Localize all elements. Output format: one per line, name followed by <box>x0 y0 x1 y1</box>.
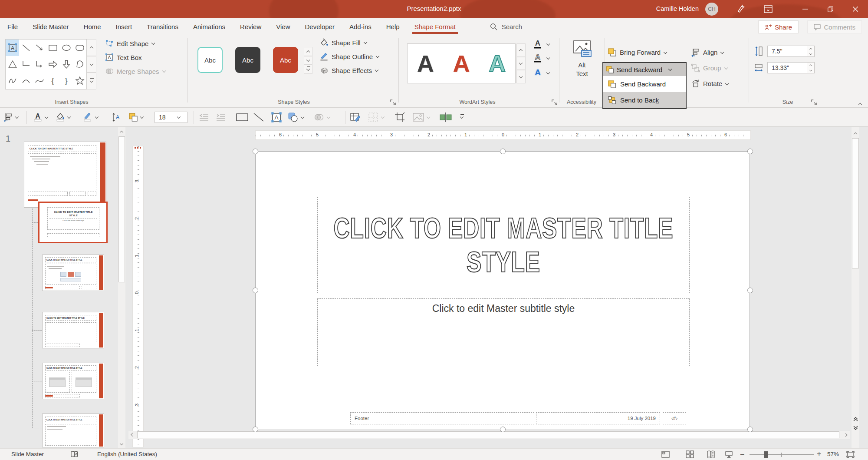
shape-styles-dialog-launcher[interactable] <box>390 99 396 106</box>
tab-developer[interactable]: Developer <box>298 18 342 35</box>
freeform-shape-icon[interactable] <box>73 56 86 73</box>
tab-home[interactable]: Home <box>76 18 108 35</box>
tab-view[interactable]: View <box>269 18 297 35</box>
text-fill-button[interactable]: A <box>533 39 550 50</box>
tab-shape-format[interactable]: Shape Format <box>407 18 463 35</box>
scroll-left-button[interactable] <box>128 431 136 439</box>
slideshow-view-button[interactable] <box>725 450 733 458</box>
gallery-scroll-down-button[interactable] <box>87 56 96 73</box>
previous-slide-button[interactable] <box>852 415 859 423</box>
zoom-out-button[interactable]: − <box>740 451 745 457</box>
right-arrow-shape-icon[interactable] <box>46 56 59 73</box>
wordart-dialog-launcher[interactable] <box>551 99 558 106</box>
send-backward-split-button[interactable]: Send Backward <box>603 63 686 76</box>
rounded-rectangle-shape-icon[interactable] <box>73 40 86 56</box>
rectangle-tool-button[interactable] <box>236 108 249 127</box>
shape-outline-button[interactable]: Shape Outline <box>320 52 380 61</box>
merge-shapes-button[interactable]: Merge Shapes <box>105 67 166 76</box>
tab-slide-master[interactable]: Slide Master <box>25 18 76 35</box>
draw-table-button[interactable] <box>350 108 361 127</box>
slide-number-placeholder[interactable]: ‹#› <box>663 412 686 424</box>
width-up-button[interactable] <box>807 63 814 68</box>
align-objects-button[interactable] <box>3 108 19 127</box>
tab-transitions[interactable]: Transitions <box>139 18 186 35</box>
gallery-scroll-up-button[interactable] <box>87 39 96 56</box>
zoom-in-button[interactable]: + <box>817 451 822 457</box>
line-shape-icon[interactable] <box>19 40 33 56</box>
gallery-more-button[interactable] <box>87 73 96 89</box>
panel-scrollbar-thumb[interactable] <box>118 136 125 282</box>
resize-handle-middle-right[interactable] <box>747 288 753 293</box>
thumbnail-slide-master[interactable]: CLICK TO EDIT MASTER TITLE STYLE <box>24 142 106 208</box>
curve-shape-icon[interactable] <box>33 73 46 89</box>
text-effects-button[interactable]: A <box>533 68 550 78</box>
resize-handle-bottom-center[interactable] <box>500 427 506 432</box>
font-size-combobox[interactable]: 18 <box>155 112 187 123</box>
crop-button[interactable] <box>394 108 405 127</box>
comments-button[interactable]: Comments <box>807 20 862 33</box>
resize-handle-bottom-right[interactable] <box>747 427 753 432</box>
table-borders-button[interactable] <box>368 108 385 127</box>
zoom-slider-track[interactable] <box>750 454 814 455</box>
rotate-button[interactable]: Rotate <box>691 79 729 88</box>
normal-view-button[interactable] <box>661 450 670 458</box>
width-down-button[interactable] <box>807 68 814 73</box>
menu-item-send-to-back[interactable]: Send to Back <box>603 92 686 108</box>
inking-icon[interactable] <box>731 3 750 15</box>
thumbnail-title-layout-selected[interactable]: CLICK TO EDIT MASTER TITLESTYLE Click to… <box>38 202 108 243</box>
height-up-button[interactable] <box>807 46 814 51</box>
shape-outline-button-small[interactable] <box>82 108 99 127</box>
ribbon-display-options-icon[interactable] <box>759 3 778 15</box>
font-color-button[interactable]: A <box>33 108 49 127</box>
zoom-level[interactable]: 57% <box>827 451 839 457</box>
scroll-right-button[interactable] <box>842 431 850 439</box>
zoom-slider-thumb[interactable] <box>764 451 768 458</box>
thumbnail-partial[interactable]: CLICK TO EDIT MASTER TITLE STYLE <box>42 414 104 447</box>
style-more-button[interactable] <box>304 65 312 74</box>
elbow-arrow-connector-icon[interactable] <box>33 56 46 73</box>
vertical-ruler[interactable]: 3 2 1 0 1 2 3 <box>132 146 144 447</box>
elbow-connector-icon[interactable] <box>19 56 33 73</box>
wordart-style-3[interactable]: A <box>489 52 506 75</box>
thumbnail-two-content-layout[interactable]: CLICK TO EDIT MASTER TITLE STYLE <box>42 363 104 399</box>
arrange-button[interactable] <box>128 108 144 127</box>
shape-fill-button[interactable]: Shape Fill <box>320 38 368 47</box>
tab-review[interactable]: Review <box>233 18 269 35</box>
collapse-ribbon-button[interactable] <box>858 100 862 107</box>
thumbnail-title-only-layout[interactable]: CLICK TO EDIT MASTER TITLE STYLE <box>42 312 104 348</box>
menu-item-send-backward[interactable]: Send Backward <box>603 76 686 92</box>
tab-file[interactable]: File <box>0 18 25 35</box>
text-direction-button[interactable]: A <box>111 108 122 127</box>
wordart-scroll-down-button[interactable] <box>516 57 526 70</box>
subtitle-placeholder[interactable]: Click to edit Master subtitle style <box>317 298 690 366</box>
align-button[interactable]: Align <box>691 48 724 57</box>
panel-scroll-down-button[interactable] <box>118 440 125 447</box>
line-tool-button[interactable] <box>253 108 265 127</box>
fit-slide-to-window-button[interactable] <box>846 450 855 458</box>
style-scroll-down-button[interactable] <box>304 56 312 65</box>
alt-text-button[interactable]: AltText <box>564 40 600 79</box>
shape-style-swatch-3[interactable]: Abc <box>273 47 298 73</box>
resize-handle-top-left[interactable] <box>253 149 258 154</box>
search-box[interactable]: Search <box>490 23 523 30</box>
arrow-shape-icon[interactable] <box>33 40 46 56</box>
slide-canvas[interactable]: CLICK TO EDIT MASTER TITLE STYLE Click t… <box>255 151 750 429</box>
wordart-scroll-up-button[interactable] <box>516 43 526 57</box>
view-name[interactable]: Slide Master <box>11 451 44 457</box>
wordart-more-button[interactable] <box>516 70 526 83</box>
date-placeholder[interactable]: 19 July 2019 <box>536 412 660 424</box>
slide-sorter-view-button[interactable] <box>686 450 694 458</box>
wordart-style-2[interactable]: A <box>453 52 470 75</box>
down-arrow-shape-icon[interactable] <box>59 56 73 73</box>
align-distribute-button[interactable] <box>439 108 452 127</box>
insert-shape-button[interactable] <box>287 108 305 127</box>
spell-check-icon[interactable] <box>70 450 79 458</box>
share-button[interactable]: Share <box>758 20 799 33</box>
rectangle-shape-icon[interactable] <box>46 40 59 56</box>
scribble-shape-icon[interactable] <box>6 73 19 89</box>
tab-add-ins[interactable]: Add-ins <box>342 18 379 35</box>
star-shape-icon[interactable] <box>73 73 86 89</box>
decrease-list-level-button[interactable] <box>199 108 209 127</box>
triangle-shape-icon[interactable] <box>6 56 19 73</box>
arc-shape-icon[interactable] <box>19 73 33 89</box>
